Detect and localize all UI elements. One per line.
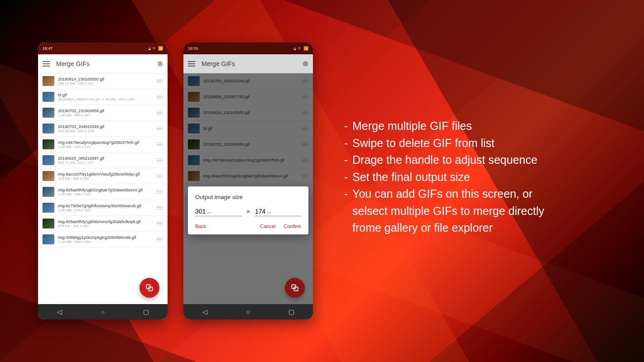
nav-back-icon[interactable]: ◁ — [196, 308, 214, 315]
merge-fab[interactable] — [285, 278, 305, 298]
drag-handle-icon[interactable] — [157, 79, 163, 83]
drag-handle-icon[interactable] — [157, 222, 163, 226]
file-name: img-6c7905e7grlg8rfkxetsrnp30e050ewcvb.g… — [58, 204, 153, 208]
file-name: 20190703_204910349.gif — [58, 124, 153, 129]
phone-screenshot-2: 16:55 ⬙ ᯤ 📶 Merge GIFs ⊗ 20130703_204916… — [183, 43, 313, 319]
list-item[interactable]: bt.gif20190804_090837192.gif · 1.28 MB ·… — [38, 89, 168, 105]
list-item[interactable]: img-605ae5fvfy1g606vnvns3g30da5clknpk.gi… — [38, 216, 168, 232]
file-meta: img-605ae5fvfy1g631rgbak7g30daw08exv4.gi… — [58, 188, 153, 196]
list-item[interactable]: 20190625_085216897.gif903.71 KB · 321 x … — [38, 152, 168, 168]
file-details: 103 KB · 460 x 259 — [58, 176, 153, 181]
list-item[interactable]: 20190703_231800858.gif1.38 MB · 405 x 28… — [38, 105, 168, 121]
feature-line: - Swipe to delete GIF from list — [344, 135, 617, 152]
drag-handle-icon[interactable] — [157, 143, 163, 147]
thumbnail — [43, 219, 54, 229]
list-item[interactable]: img-00899gy1p0e20p6gKg208n89t0x6b.gif1.1… — [38, 232, 168, 248]
file-details: 903.71 KB · 321 x 237 — [58, 161, 153, 165]
drag-handle-icon[interactable] — [157, 190, 163, 194]
file-name: bt.gif — [58, 93, 153, 97]
file-name: 20190703_231800858.gif — [58, 109, 153, 113]
file-details: 1.58 MB · 346 x 228 — [58, 192, 153, 196]
gif-list: 20130703_204916349.gif20190806_225957782… — [183, 73, 313, 304]
merge-fab[interactable] — [139, 278, 159, 298]
nav-home-icon[interactable]: ○ — [94, 308, 112, 315]
height-input[interactable]: 174 px — [255, 207, 301, 216]
times-icon: ✕ — [246, 209, 250, 215]
file-meta: img-8accc07t9y1g6kmrVseofg2t9cw09slpr.gi… — [58, 172, 153, 181]
file-name: img-c9679ecalyn1gtpucntog7g208c87fmh.gif — [58, 140, 153, 145]
file-name: img-605ae5fvfy1g606vnvns3g30da5clknpk.gi… — [58, 219, 153, 224]
file-name: img-605ae5fvfy1g631rgbak7g30daw08exv4.gi… — [58, 188, 153, 192]
confirm-button[interactable]: Confirm — [284, 224, 301, 229]
nav-recent-icon[interactable]: ▢ — [282, 308, 300, 315]
cancel-button[interactable]: Cancel — [260, 224, 275, 229]
drag-handle-icon[interactable] — [157, 206, 163, 210]
bullet-dash: - — [344, 118, 352, 135]
thumbnail — [43, 76, 54, 86]
gif-list[interactable]: 20190814_230100550.gif200.17 KB · 200 x … — [38, 73, 168, 304]
close-icon[interactable]: ⊗ — [157, 59, 163, 68]
bullet-dash: - — [344, 169, 352, 186]
feature-line: - Merge multiple GIF files — [344, 118, 617, 135]
list-item[interactable]: img-605ae5fvfy1g631rgbak7g30daw08exv4.gi… — [38, 184, 168, 200]
file-meta: img-c9679ecalyn1gtpucntog7g208c87fmh.gif… — [58, 140, 153, 149]
drag-handle-icon[interactable] — [157, 158, 163, 162]
nav-back-icon[interactable]: ◁ — [51, 308, 69, 315]
file-details: 200.17 KB · 200 x 347 — [58, 81, 153, 86]
drag-handle-icon[interactable] — [157, 111, 163, 115]
file-name: 20190625_085216897.gif — [58, 156, 153, 161]
file-meta: img-00899gy1p0e20p6gKg208n89t0x6b.gif1.1… — [58, 235, 153, 244]
nav-home-icon[interactable]: ○ — [239, 308, 257, 315]
file-name: img-00899gy1p0e20p6gKg208n89t0x6b.gif — [58, 235, 153, 240]
file-details: 1.48 MB · 385 x 222 — [58, 145, 153, 149]
list-item[interactable]: img-8accc07t9y1g6kmrVseofg2t9cw09slpr.gi… — [38, 168, 168, 184]
file-details: 20190804_090837192.gif · 1.28 MB · 305 x… — [58, 97, 153, 101]
output-size-dialog: Output image size 301 px ✕ 174 px Back — [188, 186, 308, 234]
thumbnail — [43, 108, 54, 118]
file-meta: bt.gif20190804_090837192.gif · 1.28 MB ·… — [58, 93, 153, 101]
android-nav-bar: ◁ ○ ▢ — [183, 304, 313, 319]
bullet-dash: - — [344, 152, 352, 169]
list-item[interactable]: 20190703_204910349.gif800.06 KB · 201 x … — [38, 121, 168, 137]
list-item[interactable]: 20190814_230100550.gif200.17 KB · 200 x … — [38, 73, 168, 89]
android-nav-bar: ◁ ○ ▢ — [38, 304, 168, 319]
file-details: 800.06 KB · 201 x 174 — [58, 129, 153, 133]
file-meta: 20190625_085216897.gif903.71 KB · 321 x … — [58, 156, 153, 165]
status-bar: 16:47 ⬙ ᯤ 📶 — [38, 43, 168, 54]
page-title: Merge GIFs — [202, 60, 296, 67]
back-button[interactable]: Back — [195, 224, 206, 229]
feature-line: - You can add GIFs on this screen, or — [344, 186, 617, 203]
nav-recent-icon[interactable]: ▢ — [137, 308, 155, 315]
file-meta: 20190703_231800858.gif1.38 MB · 405 x 28… — [58, 109, 153, 117]
file-details: 1.38 MB · 405 x 287 — [58, 113, 153, 117]
menu-icon[interactable] — [43, 61, 50, 67]
menu-icon[interactable] — [188, 61, 195, 67]
thumbnail — [43, 187, 54, 197]
file-meta: img-6c7905e7grlg8rfkxetsrnp30e050ewcvb.g… — [58, 204, 153, 212]
list-item[interactable]: img-6c7905e7grlg8rfkxetsrnp30e050ewcvb.g… — [38, 200, 168, 216]
dialog-title: Output image size — [195, 194, 301, 200]
drag-handle-icon[interactable] — [157, 174, 163, 178]
thumbnail — [43, 203, 54, 213]
page-title: Merge GIFs — [56, 60, 151, 67]
bullet-dash: - — [344, 186, 352, 203]
drag-handle-icon[interactable] — [157, 127, 163, 131]
thumbnail — [43, 139, 54, 149]
width-input[interactable]: 301 px — [195, 207, 241, 216]
drag-handle-icon[interactable] — [157, 238, 163, 242]
file-meta: 20190703_204910349.gif800.06 KB · 201 x … — [58, 124, 153, 133]
feature-line: - Set the final output size — [344, 169, 617, 186]
feature-line-continuation: selsect multiple GIFs to merge directly — [344, 203, 617, 220]
phone-screenshot-1: 16:47 ⬙ ᯤ 📶 Merge GIFs ⊗ 20190814_230100… — [38, 43, 168, 319]
close-icon[interactable]: ⊗ — [303, 59, 308, 68]
status-bar: 16:55 ⬙ ᯤ 📶 — [183, 43, 313, 54]
thumbnail — [43, 234, 54, 244]
thumbnail — [43, 124, 54, 133]
file-meta: img-605ae5fvfy1g606vnvns3g30da5clknpk.gi… — [58, 219, 153, 228]
feature-line-continuation: frome gallery or file explorer — [344, 219, 617, 237]
app-bar: Merge GIFs ⊗ — [38, 54, 168, 73]
drag-handle-icon[interactable] — [157, 95, 163, 99]
list-item[interactable]: img-c9679ecalyn1gtpucntog7g208c87fmh.gif… — [38, 137, 168, 152]
thumbnail — [43, 155, 54, 165]
thumbnail — [43, 92, 54, 102]
